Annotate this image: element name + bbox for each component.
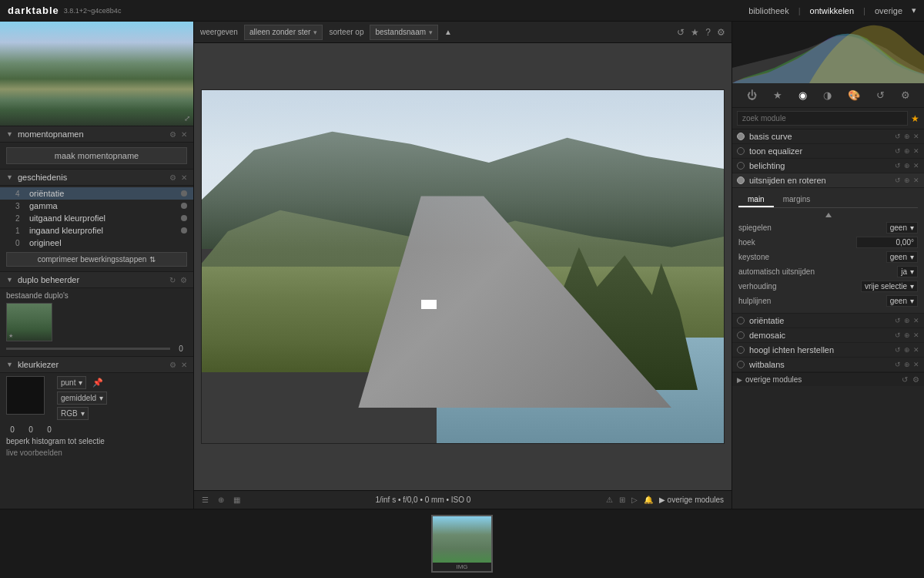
- uitsnijden-action1[interactable]: ↺: [895, 176, 901, 184]
- momentopnamen-icon1[interactable]: ⚙: [169, 130, 176, 139]
- module-item-toon-equalizer[interactable]: toon equalizer ↺ ⊕ ✕: [732, 144, 924, 159]
- module-icon-refresh[interactable]: ↺: [873, 88, 888, 102]
- filter-dropdown[interactable]: alleen zonder ster ▾: [244, 25, 323, 40]
- module-icon-color[interactable]: 🎨: [845, 88, 863, 102]
- module-item-basis-curve[interactable]: basis curve ↺ ⊕ ✕: [732, 129, 924, 144]
- color-avg-dropdown[interactable]: gemiddeld ▾: [57, 391, 107, 405]
- status-icon-3[interactable]: ▷: [631, 496, 638, 504]
- info-icon[interactable]: ?: [705, 27, 711, 38]
- filmstrip-thumb[interactable]: IMG: [431, 515, 493, 573]
- search-input[interactable]: [737, 111, 908, 126]
- history-item-3[interactable]: 3 gamma: [0, 200, 193, 212]
- nav-bibliotheek[interactable]: bibliotheek: [748, 6, 789, 15]
- overige-icon1[interactable]: ↺: [902, 375, 908, 384]
- star-icon[interactable]: ★: [691, 27, 699, 38]
- prop-dropdown-auto-uitsnijden[interactable]: ja ▾: [897, 266, 918, 277]
- module-action-icon3[interactable]: ✕: [913, 133, 919, 140]
- settings-icon[interactable]: ⚙: [717, 27, 725, 38]
- orientatie-action3[interactable]: ✕: [913, 317, 919, 324]
- expand-icon[interactable]: ⤢: [184, 114, 190, 123]
- module-action-icon1[interactable]: ↺: [895, 133, 901, 140]
- prop-dropdown-keystone[interactable]: geen ▾: [886, 251, 918, 263]
- uitsnijden-action2[interactable]: ⊕: [904, 176, 910, 184]
- module-item-hooglichten[interactable]: hoogl ichten herstellen ↺ ⊕ ✕: [732, 343, 924, 358]
- duplo-icon2[interactable]: ⚙: [180, 276, 187, 284]
- module-icon-half[interactable]: ◑: [820, 88, 835, 102]
- prop-val-hoek[interactable]: 0,00°: [856, 237, 918, 248]
- module-action-icon2[interactable]: ⊕: [904, 133, 910, 140]
- section-duplo[interactable]: ▼ duplo beheerder ↻ ⚙: [0, 271, 193, 288]
- nav-overige[interactable]: overige: [875, 6, 902, 15]
- history-item-0[interactable]: 0 origineel: [0, 237, 193, 249]
- module-icon-settings[interactable]: ⚙: [898, 88, 913, 102]
- witbalans-action3[interactable]: ✕: [913, 361, 919, 368]
- module-item-witbalans[interactable]: witbalans ↺ ⊕ ✕: [732, 358, 924, 372]
- module-item-orientatie[interactable]: oriëntatie ↺ ⊕ ✕: [732, 314, 924, 328]
- belichting-action3[interactable]: ✕: [913, 162, 919, 170]
- belichting-action2[interactable]: ⊕: [904, 162, 910, 170]
- momentopnamen-icon2[interactable]: ✕: [181, 130, 187, 139]
- geschiedenis-icon1[interactable]: ⚙: [169, 173, 176, 182]
- tab-main[interactable]: main: [738, 193, 774, 207]
- color-mode-dropdown[interactable]: punt ▾: [57, 376, 86, 389]
- section-geschiedenis[interactable]: ▼ geschiedenis ⚙ ✕: [0, 169, 193, 186]
- overige-icon2[interactable]: ⚙: [912, 375, 919, 384]
- prop-dropdown-hulplijnen[interactable]: geen ▾: [886, 295, 918, 307]
- status-icon-1[interactable]: ⚠: [606, 496, 613, 504]
- nav-dropdown-icon[interactable]: ▾: [912, 5, 916, 15]
- tool-icon-1[interactable]: ☰: [202, 496, 209, 504]
- belichting-action1[interactable]: ↺: [895, 162, 901, 170]
- pin-icon[interactable]: 📌: [92, 378, 103, 388]
- kleurkiezer-icon1[interactable]: ⚙: [169, 361, 176, 369]
- status-icon-4[interactable]: 🔔: [644, 496, 653, 504]
- image-area[interactable]: [194, 43, 732, 490]
- demosaic-action1[interactable]: ↺: [895, 331, 901, 339]
- search-star-icon[interactable]: ★: [911, 113, 919, 124]
- uitsnijden-action3[interactable]: ✕: [913, 176, 919, 184]
- tool-icon-2[interactable]: ⊕: [218, 496, 224, 504]
- auto-uitsnijden-arrow: ▾: [910, 267, 914, 276]
- witbalans-action1[interactable]: ↺: [895, 361, 901, 368]
- tool-icon-3[interactable]: ▦: [233, 496, 240, 504]
- overige-label[interactable]: overige modules: [745, 375, 802, 384]
- history-item-4[interactable]: 4 oriëntatie: [0, 187, 193, 200]
- module-icon-circle[interactable]: ◉: [795, 88, 810, 102]
- duplo-thumb-1[interactable]: ★: [6, 303, 52, 341]
- hooglichten-action1[interactable]: ↺: [895, 346, 901, 354]
- status-icon-2[interactable]: ⊞: [619, 496, 625, 504]
- sort-direction-icon[interactable]: ▲: [444, 28, 452, 36]
- witbalans-action2[interactable]: ⊕: [904, 361, 910, 368]
- kleurkiezer-icon2[interactable]: ✕: [181, 361, 187, 369]
- refresh-icon[interactable]: ↺: [677, 27, 685, 38]
- module-item-belichting[interactable]: belichting ↺ ⊕ ✕: [732, 159, 924, 173]
- duplo-slider[interactable]: [6, 348, 170, 350]
- module-item-demosaic[interactable]: demosaic ↺ ⊕ ✕: [732, 328, 924, 343]
- toon-action1[interactable]: ↺: [895, 147, 901, 155]
- sort-dropdown[interactable]: bestandsnaam ▾: [370, 25, 438, 40]
- history-item-1[interactable]: 1 ingaand kleurprofiel: [0, 224, 193, 237]
- hooglichten-action2[interactable]: ⊕: [904, 346, 910, 354]
- history-item-2[interactable]: 2 uitgaand kleurprofiel: [0, 212, 193, 224]
- nav-ontwikkelen[interactable]: ontwikkelen: [810, 6, 854, 15]
- module-icon-star[interactable]: ★: [770, 88, 785, 102]
- section-kleurkiezer[interactable]: ▼ kleurkiezer ⚙ ✕: [0, 356, 193, 373]
- toon-action2[interactable]: ⊕: [904, 147, 910, 155]
- overige-modules-label[interactable]: ▶ overige modules: [659, 496, 724, 504]
- orientatie-action1[interactable]: ↺: [895, 317, 901, 324]
- prop-dropdown-verhouding[interactable]: vrije selectie ▾: [861, 281, 918, 292]
- module-item-uitsnijden[interactable]: uitsnijden en roteren ↺ ⊕ ✕: [732, 173, 924, 188]
- toon-action3[interactable]: ✕: [913, 147, 919, 155]
- color-space-dropdown[interactable]: RGB ▾: [57, 407, 89, 420]
- geschiedenis-icon2[interactable]: ✕: [181, 173, 187, 182]
- demosaic-action3[interactable]: ✕: [913, 331, 919, 339]
- duplo-icon1[interactable]: ↻: [169, 276, 176, 284]
- compress-button[interactable]: comprimeer bewerkingsstappen ⇅: [6, 252, 187, 267]
- maak-momentopname-button[interactable]: maak momentopname: [6, 147, 187, 164]
- demosaic-action2[interactable]: ⊕: [904, 331, 910, 339]
- hooglichten-action3[interactable]: ✕: [913, 346, 919, 354]
- orientatie-action2[interactable]: ⊕: [904, 317, 910, 324]
- prop-dropdown-spiegelen[interactable]: geen ▾: [886, 222, 918, 234]
- module-icon-power[interactable]: ⏻: [744, 88, 760, 102]
- tab-margins[interactable]: margins: [774, 193, 820, 207]
- section-momentopnamen[interactable]: ▼ momentopnamen ⚙ ✕: [0, 126, 193, 143]
